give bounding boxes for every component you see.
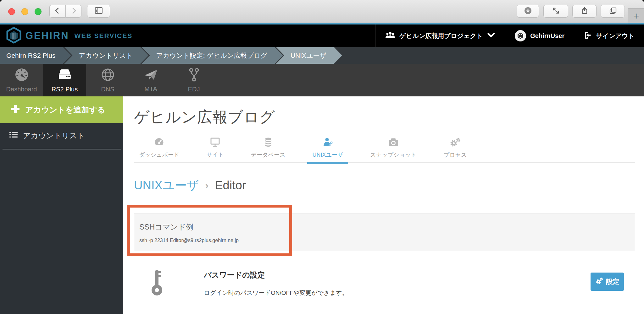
- brand-name: GEHIRN: [25, 30, 69, 41]
- account-tabs: ダッシュボード サイト データベース UNIXユーザ スナップショット: [134, 135, 635, 163]
- forward-button[interactable]: [65, 5, 81, 18]
- tab-dashboard[interactable]: ダッシュボード: [134, 135, 185, 162]
- user-name: GehirnUser: [530, 32, 564, 40]
- server-icon: [57, 68, 73, 84]
- gears-icon: [450, 137, 461, 149]
- signout-button[interactable]: サインアウト: [574, 24, 644, 47]
- new-tab-button[interactable]: +: [628, 8, 644, 23]
- plus-icon: [11, 104, 20, 116]
- sidebar: アカウントを追加する アカウントリスト: [0, 96, 123, 314]
- browser-window: + GEHIRN WEB SERVICES ゲヒルン広報用プロジェクト Gehi…: [0, 0, 644, 314]
- nav-label: MTA: [144, 85, 157, 93]
- list-icon: [9, 131, 18, 140]
- nav-label: DNS: [101, 86, 114, 93]
- tab-snapshot[interactable]: スナップショット: [365, 135, 421, 162]
- app-nav: Dashboard RS2 Plus DNS MTA EDJ: [0, 64, 644, 96]
- ssh-command-text: ssh -p 22314 Editor@s9.rs2plus.gehirn.ne…: [139, 238, 629, 243]
- breadcrumb: Gehirn RS2 Plus アカウントリスト アカウント設定: ゲヒルン広報…: [0, 47, 644, 64]
- share-button[interactable]: [572, 5, 597, 18]
- password-setting-row: パスワードの設定 ログイン時のパスワードON/OFFや変更ができます。 設定: [134, 269, 635, 298]
- user-wrench-icon: [322, 137, 333, 149]
- breadcrumb-item-unix-user[interactable]: UNIXユーザ: [276, 47, 342, 64]
- tabs-icon: [609, 7, 617, 16]
- add-account-button[interactable]: アカウントを追加する: [0, 96, 123, 123]
- add-account-label: アカウントを追加する: [25, 105, 105, 115]
- monitor-icon: [210, 137, 220, 149]
- nav-item-edj[interactable]: EDJ: [172, 64, 215, 96]
- fullscreen-button[interactable]: [543, 5, 568, 18]
- camera-icon: [388, 137, 399, 149]
- tab-label: UNIXユーザ: [312, 151, 343, 159]
- password-setting-text: パスワードの設定 ログイン時のパスワードON/OFFや変更ができます。: [204, 269, 348, 297]
- sidebar-panel-icon: [94, 7, 103, 16]
- gehirn-hexagon-logo-icon: [6, 27, 21, 45]
- account-list-label: アカウントリスト: [23, 131, 85, 141]
- breadcrumb-item-account-settings[interactable]: アカウント設定: ゲヒルン広報ブログ: [142, 47, 283, 64]
- main-content: ゲヒルン広報ブログ ダッシュボード サイト データベース UNIXユーザ: [123, 96, 644, 314]
- paper-plane-icon: [143, 68, 158, 83]
- password-settings-button[interactable]: 設定: [591, 273, 624, 291]
- chevron-right-icon: ›: [205, 180, 209, 191]
- signout-label: サインアウト: [596, 32, 635, 40]
- share-icon: [580, 7, 589, 16]
- tab-label: スナップショット: [370, 151, 416, 159]
- tab-label: サイト: [207, 151, 224, 159]
- sidebar-item-account-list[interactable]: アカウントリスト: [0, 127, 123, 144]
- close-window-button[interactable]: [8, 8, 15, 15]
- user-menu[interactable]: GehirnUser: [505, 24, 574, 47]
- heading-section-link[interactable]: UNIXユーザ: [134, 177, 199, 193]
- sidebar-toggle-button[interactable]: [87, 5, 110, 18]
- tab-site[interactable]: サイト: [202, 135, 229, 162]
- brand-logo[interactable]: GEHIRN WEB SERVICES: [6, 24, 132, 47]
- download-icon: [524, 7, 532, 16]
- tab-process[interactable]: プロセス: [439, 135, 472, 162]
- downloads-button[interactable]: [517, 5, 539, 18]
- ssh-command-panel: SSHコマンド例 ssh -p 22314 Editor@s9.rs2plus.…: [134, 214, 635, 251]
- section-heading: UNIXユーザ › Editor: [134, 177, 635, 193]
- database-icon: [263, 137, 273, 149]
- account-title: ゲヒルン広報ブログ: [134, 107, 635, 127]
- sidebar-divider: [3, 149, 121, 149]
- password-setting-title: パスワードの設定: [204, 270, 348, 280]
- site-header: GEHIRN WEB SERVICES ゲヒルン広報用プロジェクト Gehirn…: [0, 24, 644, 47]
- settings-button-label: 設定: [606, 277, 619, 286]
- project-name: ゲヒルン広報用プロジェクト: [400, 32, 483, 40]
- password-setting-description: ログイン時のパスワードON/OFFや変更ができます。: [204, 289, 348, 297]
- chevron-down-icon: [487, 32, 496, 40]
- gauge-icon: [153, 137, 165, 149]
- fullscreen-icon: [552, 7, 560, 16]
- plus-icon: +: [633, 11, 639, 21]
- nav-label: EDJ: [188, 86, 200, 93]
- tab-database[interactable]: データベース: [246, 135, 291, 162]
- people-icon: [385, 31, 396, 41]
- avatar: [515, 30, 526, 41]
- zoom-window-button[interactable]: [35, 8, 42, 15]
- globe-icon: [101, 68, 115, 84]
- chevron-left-icon: [53, 7, 62, 16]
- tab-label: データベース: [251, 151, 286, 159]
- gear-icon: [595, 277, 603, 286]
- chevron-right-icon: [69, 7, 78, 16]
- nav-item-dns[interactable]: DNS: [86, 64, 129, 96]
- tab-overview-button[interactable]: [601, 5, 625, 18]
- nav-item-rs2plus[interactable]: RS2 Plus: [43, 64, 86, 96]
- minimize-window-button[interactable]: [21, 8, 28, 15]
- back-button[interactable]: [49, 5, 65, 18]
- ssh-panel-title: SSHコマンド例: [139, 222, 629, 232]
- breadcrumb-item-rs2plus[interactable]: Gehirn RS2 Plus: [0, 47, 71, 64]
- brand-suffix: WEB SERVICES: [75, 32, 133, 40]
- git-fork-icon: [187, 68, 201, 84]
- heading-item-name: Editor: [215, 179, 246, 192]
- breadcrumb-item-account-list[interactable]: アカウントリスト: [64, 47, 148, 64]
- nav-item-mta[interactable]: MTA: [129, 64, 172, 96]
- tab-label: プロセス: [444, 151, 467, 159]
- signout-door-icon: [584, 31, 592, 41]
- project-selector[interactable]: ゲヒルン広報用プロジェクト: [375, 24, 505, 47]
- tab-label: ダッシュボード: [139, 151, 180, 159]
- tab-unix-user[interactable]: UNIXユーザ: [307, 135, 348, 162]
- nav-item-dashboard[interactable]: Dashboard: [0, 64, 43, 96]
- gauge-icon: [14, 68, 29, 84]
- key-icon: [148, 269, 166, 298]
- nav-label: RS2 Plus: [52, 86, 78, 93]
- window-chrome: +: [0, 0, 644, 23]
